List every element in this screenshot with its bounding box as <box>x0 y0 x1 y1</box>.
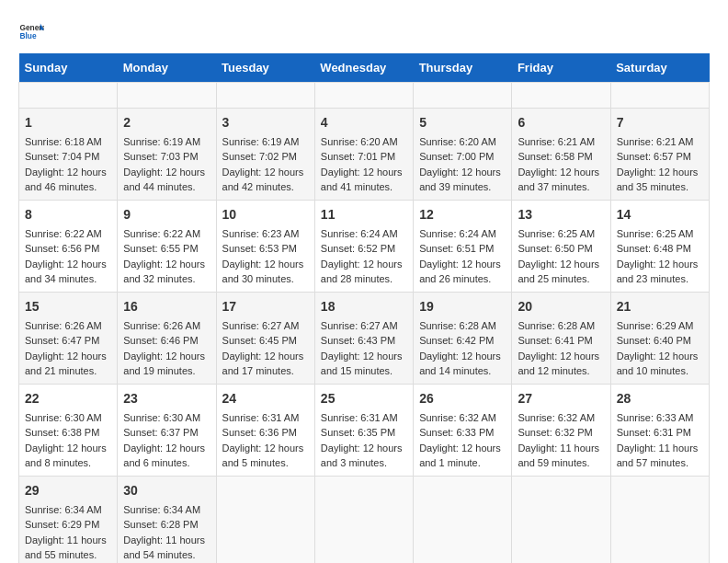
sunset: Sunset: 6:52 PM <box>321 243 395 254</box>
calendar-cell: 6Sunrise: 6:21 AMSunset: 6:58 PMDaylight… <box>512 108 610 200</box>
sunset: Sunset: 6:42 PM <box>419 335 494 346</box>
daylight: Daylight: 12 hours and 8 minutes. <box>25 442 107 469</box>
calendar-cell: 4Sunrise: 6:20 AMSunset: 7:01 PMDaylight… <box>314 108 413 200</box>
sunrise: Sunrise: 6:31 AM <box>222 412 300 423</box>
sunrise: Sunrise: 6:23 AM <box>222 228 300 239</box>
sunrise: Sunrise: 6:30 AM <box>25 412 102 423</box>
calendar-cell <box>216 83 314 109</box>
calendar-cell: 21Sunrise: 6:29 AMSunset: 6:40 PMDayligh… <box>610 292 709 384</box>
day-number: 11 <box>321 205 407 224</box>
col-header-sunday: Sunday <box>19 53 118 83</box>
calendar-cell: 17Sunrise: 6:27 AMSunset: 6:45 PMDayligh… <box>216 292 314 384</box>
calendar-cell: 27Sunrise: 6:32 AMSunset: 6:32 PMDayligh… <box>512 384 610 476</box>
svg-text:Blue: Blue <box>19 31 36 40</box>
day-number: 2 <box>123 113 210 132</box>
day-number: 8 <box>25 205 111 224</box>
daylight: Daylight: 12 hours and 19 minutes. <box>123 350 205 377</box>
day-number: 19 <box>419 297 506 316</box>
daylight: Daylight: 12 hours and 15 minutes. <box>321 350 403 377</box>
day-number: 18 <box>321 297 407 316</box>
day-number: 12 <box>419 205 506 224</box>
daylight: Daylight: 12 hours and 39 minutes. <box>419 167 501 193</box>
day-number: 28 <box>617 389 703 408</box>
daylight: Daylight: 12 hours and 17 minutes. <box>222 350 304 377</box>
calendar-cell: 15Sunrise: 6:26 AMSunset: 6:47 PMDayligh… <box>19 292 118 384</box>
sunset: Sunset: 6:47 PM <box>25 335 99 346</box>
sunset: Sunset: 6:46 PM <box>123 335 198 346</box>
daylight: Daylight: 12 hours and 37 minutes. <box>518 167 599 193</box>
sunset: Sunset: 6:48 PM <box>617 243 691 254</box>
daylight: Daylight: 12 hours and 1 minute. <box>419 442 501 469</box>
col-header-friday: Friday <box>512 53 610 83</box>
day-number: 5 <box>419 113 506 132</box>
day-number: 7 <box>617 113 703 132</box>
sunset: Sunset: 6:29 PM <box>25 519 99 530</box>
sunrise: Sunrise: 6:19 AM <box>222 136 300 147</box>
calendar-cell: 1Sunrise: 6:18 AMSunset: 7:04 PMDaylight… <box>19 108 118 200</box>
calendar-cell: 10Sunrise: 6:23 AMSunset: 6:53 PMDayligh… <box>216 200 314 292</box>
daylight: Daylight: 11 hours and 54 minutes. <box>123 534 205 561</box>
sunset: Sunset: 7:00 PM <box>419 151 494 162</box>
day-number: 10 <box>222 205 309 224</box>
daylight: Daylight: 12 hours and 32 minutes. <box>123 259 205 285</box>
calendar-cell: 26Sunrise: 6:32 AMSunset: 6:33 PMDayligh… <box>414 384 512 476</box>
calendar-cell <box>19 83 118 109</box>
day-number: 9 <box>123 205 210 224</box>
sunrise: Sunrise: 6:32 AM <box>419 412 496 423</box>
daylight: Daylight: 12 hours and 28 minutes. <box>321 259 403 285</box>
daylight: Daylight: 12 hours and 41 minutes. <box>321 167 403 193</box>
sunset: Sunset: 6:31 PM <box>617 427 691 438</box>
calendar-cell: 8Sunrise: 6:22 AMSunset: 6:56 PMDaylight… <box>19 200 118 292</box>
sunset: Sunset: 6:36 PM <box>222 427 297 438</box>
calendar-cell <box>512 476 610 563</box>
day-number: 30 <box>123 481 210 500</box>
sunset: Sunset: 6:28 PM <box>123 519 198 530</box>
calendar-cell: 14Sunrise: 6:25 AMSunset: 6:48 PMDayligh… <box>610 200 709 292</box>
calendar-cell: 29Sunrise: 6:34 AMSunset: 6:29 PMDayligh… <box>19 476 118 563</box>
calendar-cell: 2Sunrise: 6:19 AMSunset: 7:03 PMDaylight… <box>118 108 216 200</box>
daylight: Daylight: 12 hours and 23 minutes. <box>617 259 699 285</box>
calendar-week-0 <box>19 83 710 109</box>
sunrise: Sunrise: 6:21 AM <box>518 136 595 147</box>
calendar-week-3: 15Sunrise: 6:26 AMSunset: 6:47 PMDayligh… <box>19 292 710 384</box>
daylight: Daylight: 12 hours and 12 minutes. <box>518 350 599 377</box>
calendar-cell <box>314 476 413 563</box>
day-number: 17 <box>222 297 309 316</box>
calendar-week-5: 29Sunrise: 6:34 AMSunset: 6:29 PMDayligh… <box>19 476 710 563</box>
sunset: Sunset: 7:02 PM <box>222 151 297 162</box>
sunset: Sunset: 6:50 PM <box>518 243 592 254</box>
calendar-cell: 5Sunrise: 6:20 AMSunset: 7:00 PMDaylight… <box>414 108 512 200</box>
daylight: Daylight: 12 hours and 30 minutes. <box>222 259 304 285</box>
daylight: Daylight: 12 hours and 35 minutes. <box>617 167 699 193</box>
sunrise: Sunrise: 6:26 AM <box>123 320 200 331</box>
calendar-cell <box>512 83 610 109</box>
sunrise: Sunrise: 6:20 AM <box>419 136 496 147</box>
sunset: Sunset: 6:37 PM <box>123 427 198 438</box>
calendar-cell: 25Sunrise: 6:31 AMSunset: 6:35 PMDayligh… <box>314 384 413 476</box>
sunset: Sunset: 6:56 PM <box>25 243 99 254</box>
sunrise: Sunrise: 6:34 AM <box>123 504 200 515</box>
calendar-cell: 20Sunrise: 6:28 AMSunset: 6:41 PMDayligh… <box>512 292 610 384</box>
sunrise: Sunrise: 6:22 AM <box>25 228 102 239</box>
sunset: Sunset: 6:41 PM <box>518 335 592 346</box>
daylight: Daylight: 12 hours and 42 minutes. <box>222 167 304 193</box>
daylight: Daylight: 12 hours and 3 minutes. <box>321 442 403 469</box>
sunrise: Sunrise: 6:30 AM <box>123 412 200 423</box>
logo: General Blue <box>18 18 44 44</box>
col-header-monday: Monday <box>118 53 216 83</box>
sunrise: Sunrise: 6:24 AM <box>321 228 398 239</box>
daylight: Daylight: 12 hours and 14 minutes. <box>419 350 501 377</box>
day-number: 22 <box>25 389 111 408</box>
calendar-cell: 24Sunrise: 6:31 AMSunset: 6:36 PMDayligh… <box>216 384 314 476</box>
sunset: Sunset: 6:55 PM <box>123 243 198 254</box>
sunrise: Sunrise: 6:33 AM <box>617 412 694 423</box>
day-number: 20 <box>518 297 604 316</box>
sunset: Sunset: 6:43 PM <box>321 335 395 346</box>
sunrise: Sunrise: 6:26 AM <box>25 320 102 331</box>
day-number: 15 <box>25 297 111 316</box>
calendar-table: SundayMondayTuesdayWednesdayThursdayFrid… <box>18 53 710 563</box>
calendar-cell: 11Sunrise: 6:24 AMSunset: 6:52 PMDayligh… <box>314 200 413 292</box>
sunset: Sunset: 6:45 PM <box>222 335 297 346</box>
day-number: 25 <box>321 389 407 408</box>
calendar-cell: 12Sunrise: 6:24 AMSunset: 6:51 PMDayligh… <box>414 200 512 292</box>
